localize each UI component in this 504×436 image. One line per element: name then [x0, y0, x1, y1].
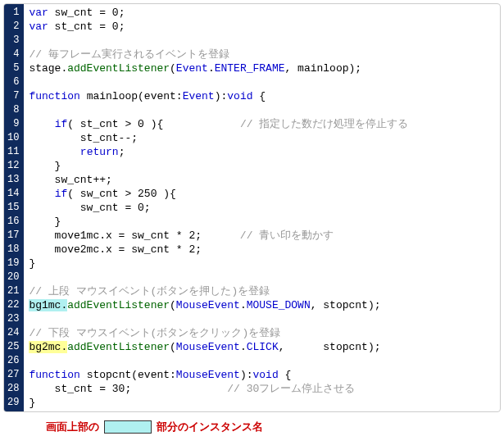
legend-text: 部分のインスタンス名 [157, 419, 263, 435]
code-line[interactable]: // 下段 マウスイベント(ボタンをクリック)を登録 [29, 326, 500, 340]
line-number: 28 [7, 382, 19, 396]
line-number-gutter: 1234567891011121314151617181920212223242… [4, 4, 24, 411]
legend: 画面上部の 部分のインスタンス名 画面下部の 部分のインスタンス名 [0, 412, 504, 436]
code-line[interactable]: // 毎フレーム実行されるイベントを登録 [29, 48, 500, 61]
code-line[interactable]: var st_cnt = 0; [29, 20, 500, 34]
line-number: 27 [7, 368, 19, 382]
line-number: 4 [7, 48, 19, 61]
code-line[interactable]: move2mc.x = sw_cnt * 2; [29, 243, 500, 257]
code-line[interactable]: stage.addEventListener(Event.ENTER_FRAME… [29, 61, 500, 75]
code-line[interactable]: sw_cnt++; [29, 173, 500, 187]
line-number: 26 [7, 354, 19, 368]
code-line[interactable] [29, 354, 500, 368]
line-number: 15 [7, 201, 19, 215]
code-line[interactable] [29, 103, 500, 117]
code-line[interactable] [29, 75, 500, 89]
line-number: 6 [7, 75, 19, 89]
line-number: 12 [7, 159, 19, 173]
code-line[interactable]: function stopcnt(event:MouseEvent):void … [29, 368, 500, 382]
code-line[interactable]: var sw_cnt = 0; [29, 6, 500, 20]
line-number: 3 [7, 34, 19, 48]
line-number: 5 [7, 61, 19, 75]
code-line[interactable]: bg2mc.addEventListener(MouseEvent.CLICK,… [29, 340, 500, 354]
code-line[interactable] [29, 270, 500, 284]
code-line[interactable]: } [29, 159, 500, 173]
line-number: 11 [7, 145, 19, 159]
code-line[interactable]: if( sw_cnt > 250 ){ [29, 187, 500, 201]
line-number: 22 [7, 298, 19, 312]
code-editor-panel: 1234567891011121314151617181920212223242… [0, 0, 504, 412]
code-line[interactable]: st_cnt = 30; // 30フレーム停止させる [29, 382, 500, 396]
line-number: 9 [7, 117, 19, 131]
line-number: 13 [7, 173, 19, 187]
code-line[interactable]: if( st_cnt > 0 ){ // 指定した数だけ処理を停止する [29, 117, 500, 131]
code-line[interactable]: move1mc.x = sw_cnt * 2; // 青い印を動かす [29, 229, 500, 243]
line-number: 10 [7, 131, 19, 145]
line-number: 19 [7, 257, 19, 270]
line-number: 20 [7, 270, 19, 284]
line-number: 17 [7, 229, 19, 243]
line-number: 16 [7, 215, 19, 229]
line-number: 2 [7, 20, 19, 34]
legend-row-top: 画面上部の 部分のインスタンス名 [46, 419, 496, 435]
code-line[interactable]: sw_cnt = 0; [29, 201, 500, 215]
code-line[interactable]: // 上段 マウスイベント(ボタンを押した)を登録 [29, 284, 500, 298]
code-line[interactable]: } [29, 257, 500, 270]
code-line[interactable]: function mainloop(event:Event):void { [29, 89, 500, 103]
line-number: 29 [7, 396, 19, 410]
code-line[interactable]: st_cnt--; [29, 131, 500, 145]
code-editor: 1234567891011121314151617181920212223242… [3, 3, 501, 412]
line-number: 25 [7, 340, 19, 354]
line-number: 18 [7, 243, 19, 257]
line-number: 8 [7, 103, 19, 117]
line-number: 1 [7, 6, 19, 20]
code-line[interactable]: bg1mc.addEventListener(MouseEvent.MOUSE_… [29, 298, 500, 312]
code-line[interactable]: } [29, 215, 500, 229]
line-number: 23 [7, 312, 19, 326]
line-number: 24 [7, 326, 19, 340]
code-line[interactable]: return; [29, 145, 500, 159]
line-number: 14 [7, 187, 19, 201]
code-line[interactable] [29, 312, 500, 326]
line-number: 7 [7, 89, 19, 103]
legend-swatch-cyan [104, 420, 152, 434]
code-line[interactable] [29, 34, 500, 48]
line-number: 21 [7, 284, 19, 298]
legend-text: 画面上部の [46, 419, 99, 435]
code-line[interactable]: } [29, 396, 500, 410]
code-area[interactable]: var sw_cnt = 0;var st_cnt = 0;// 毎フレーム実行… [24, 4, 500, 411]
